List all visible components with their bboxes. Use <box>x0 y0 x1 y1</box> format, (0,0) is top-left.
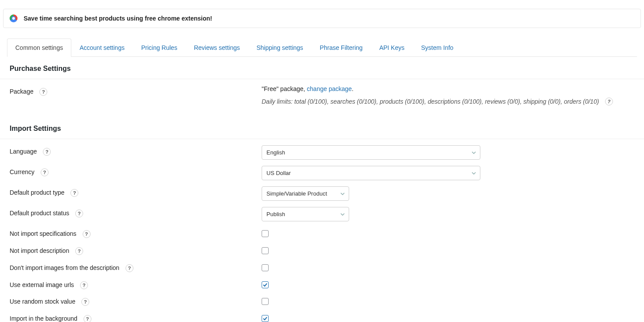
row-product-status: Default product status ? Publish <box>0 207 644 221</box>
banner-text[interactable]: Save time searching best products using … <box>24 15 212 22</box>
not-import-specifications-label: Not import specifications <box>10 230 77 237</box>
package-suffix: . <box>352 85 354 92</box>
purchase-settings-title: Purchase Settings <box>0 57 644 79</box>
help-icon[interactable]: ? <box>75 210 83 217</box>
tab-account-settings[interactable]: Account settings <box>71 38 133 57</box>
tab-phrase-filtering[interactable]: Phrase Filtering <box>312 38 371 57</box>
promo-banner: Save time searching best products using … <box>3 9 641 28</box>
use-external-image-urls-label: Use external image urls <box>10 281 74 288</box>
product-status-value: Publish <box>262 207 349 221</box>
row-use-random-stock-value: Use random stock value? <box>0 295 644 306</box>
section-purchase: Purchase Settings Package ? "Free" packa… <box>0 57 644 105</box>
row-product-type: Default product type ? Simple/Variable P… <box>0 186 644 201</box>
package-prefix: "Free" package, <box>262 85 307 92</box>
import-in-background-label: Import in the background <box>10 315 77 322</box>
product-type-label: Default product type <box>10 189 64 196</box>
tab-api-keys[interactable]: API Keys <box>371 38 413 57</box>
help-icon[interactable]: ? <box>81 298 89 306</box>
daily-limits-text: Daily limits: total (0/100), searches (0… <box>262 98 599 105</box>
help-icon[interactable]: ? <box>605 98 613 105</box>
change-package-link[interactable]: change package <box>307 85 352 92</box>
tab-common-settings[interactable]: Common settings <box>7 38 71 57</box>
row-not-import-specifications: Not import specifications? <box>0 228 644 238</box>
package-value: "Free" package, change package. Daily li… <box>262 85 634 105</box>
help-icon[interactable]: ? <box>126 264 133 272</box>
not-import-description-checkbox[interactable] <box>262 247 269 254</box>
row-dont-import-images: Don't import images from the description… <box>0 262 644 273</box>
help-icon[interactable]: ? <box>39 88 47 96</box>
help-icon[interactable]: ? <box>43 148 51 156</box>
not-import-description-label: Not import description <box>10 247 69 254</box>
use-random-stock-value-label: Use random stock value <box>10 298 75 305</box>
tab-system-info[interactable]: System Info <box>413 38 462 57</box>
tab-shipping-settings[interactable]: Shipping settings <box>248 38 312 57</box>
package-label: Package <box>10 88 33 95</box>
dont-import-images-checkbox[interactable] <box>262 264 269 271</box>
currency-label: Currency <box>10 168 35 175</box>
section-import: Import Settings Language ? English Curre… <box>0 117 644 322</box>
currency-select-value: US Dollar <box>262 166 480 180</box>
product-status-label: Default product status <box>10 210 69 217</box>
chrome-icon <box>10 14 18 22</box>
use-external-image-urls-checkbox[interactable] <box>262 281 269 288</box>
language-select-value: English <box>262 145 480 160</box>
use-random-stock-value-checkbox[interactable] <box>262 298 269 305</box>
language-label: Language <box>10 148 37 155</box>
help-icon[interactable]: ? <box>41 168 49 176</box>
dont-import-images-label: Don't import images from the description <box>10 264 119 271</box>
row-currency: Currency ? US Dollar <box>0 166 644 180</box>
help-icon[interactable]: ? <box>75 247 83 255</box>
product-type-select[interactable]: Simple/Variable Product <box>262 186 349 201</box>
import-in-background-checkbox[interactable] <box>262 315 269 322</box>
language-select[interactable]: English <box>262 145 480 160</box>
row-import-in-background: Import in the background? <box>0 312 644 322</box>
product-status-select[interactable]: Publish <box>262 207 349 221</box>
help-icon[interactable]: ? <box>84 315 91 322</box>
currency-select[interactable]: US Dollar <box>262 166 480 180</box>
row-use-external-image-urls: Use external image urls? <box>0 279 644 289</box>
tab-reviews-settings[interactable]: Reviews settings <box>186 38 248 57</box>
help-icon[interactable]: ? <box>80 281 88 289</box>
row-not-import-description: Not import description? <box>0 245 644 256</box>
tab-pricing-rules[interactable]: Pricing Rules <box>133 38 186 57</box>
help-icon[interactable]: ? <box>83 230 91 238</box>
product-type-value: Simple/Variable Product <box>262 186 349 201</box>
row-package: Package ? "Free" package, change package… <box>0 85 644 105</box>
row-language: Language ? English <box>0 145 644 160</box>
help-icon[interactable]: ? <box>70 189 78 197</box>
settings-tabs: Common settingsAccount settingsPricing R… <box>7 38 637 57</box>
not-import-specifications-checkbox[interactable] <box>262 230 269 237</box>
package-label-wrap: Package ? <box>10 85 262 105</box>
import-settings-title: Import Settings <box>0 117 644 139</box>
